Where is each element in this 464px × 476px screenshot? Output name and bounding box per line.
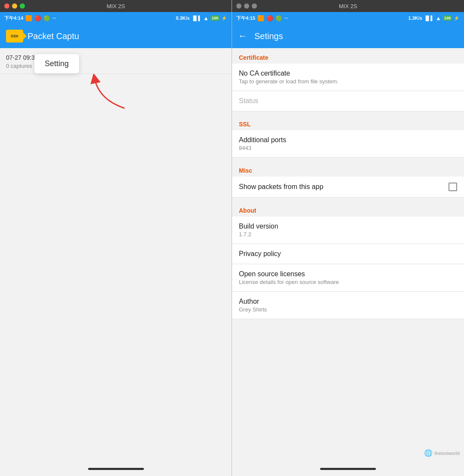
minimize-button[interactable] xyxy=(12,3,17,9)
privacy-policy-item[interactable]: Privacy policy xyxy=(232,244,464,264)
status-item[interactable]: Status xyxy=(232,91,464,111)
misc-section-header: Misc xyxy=(232,161,464,177)
close-button[interactable] xyxy=(4,3,9,9)
app-title: Packet Captu xyxy=(27,31,79,41)
right-battery: 100 xyxy=(443,15,452,21)
right-phone: MIX 2S 下午4:15 🟧 🔴 🟢 ··· 1.3K/s ▐▌▌ ▲ 100… xyxy=(232,0,464,476)
author-title: Author xyxy=(239,298,267,305)
notif-icon2: 🔴 xyxy=(34,15,41,21)
maximize-button[interactable] xyxy=(20,3,25,9)
right-dots: ··· xyxy=(284,15,288,21)
watermark-icon: 🌐 xyxy=(424,449,433,457)
left-window-title: MIX 2S xyxy=(107,3,125,9)
ports-title: Additional ports xyxy=(239,136,286,144)
left-content: 07-27 09:31:53 0 captures Setting xyxy=(0,48,232,461)
battery-icon: 100 xyxy=(211,15,220,21)
right-close-btn[interactable] xyxy=(236,3,241,9)
back-button[interactable]: ← xyxy=(238,31,247,42)
right-notif1: 🟧 xyxy=(257,15,264,21)
left-statusbar: 下午4:14 🟧 🔴 🟢 ··· 0.3K/s ▐▌▌ ▲ 100 ⚡ xyxy=(0,12,232,24)
about-section: About Build version 1.7.2 Privacy policy… xyxy=(232,201,464,319)
misc-section: Misc Show packets from this app xyxy=(232,161,464,198)
ca-cert-subtitle: Tap to generate or load from file system… xyxy=(239,78,339,85)
ca-cert-title: No CA certificate xyxy=(239,70,339,77)
window-controls xyxy=(4,3,25,9)
ssl-section: SSL Additional ports 8443 xyxy=(232,115,464,158)
right-window-controls xyxy=(236,3,257,9)
right-speed: 1.3K/s xyxy=(408,15,422,21)
author-value: Grey Shirts xyxy=(239,306,267,313)
right-wifi: ▲ xyxy=(436,15,441,21)
open-source-title: Open source licenses xyxy=(239,270,339,278)
setting-tooltip-label: Setting xyxy=(45,59,69,68)
home-bar xyxy=(88,468,144,470)
notif-icon1: 🟧 xyxy=(25,15,32,21)
additional-ports-item[interactable]: Additional ports 8443 xyxy=(232,130,464,158)
open-source-subtitle: License details for open source software xyxy=(239,279,339,285)
open-source-licenses-item[interactable]: Open source licenses License details for… xyxy=(232,264,464,292)
privacy-policy-title: Privacy policy xyxy=(239,250,281,258)
settings-content[interactable]: Certificate No CA certificate Tap to gen… xyxy=(232,48,464,461)
watermark-text: thelostworld xyxy=(434,451,460,456)
setting-tooltip: Setting xyxy=(34,54,79,73)
author-item[interactable]: Author Grey Shirts xyxy=(232,292,464,319)
left-speed: 0.3K/s xyxy=(176,15,189,21)
about-section-header: About xyxy=(232,201,464,217)
certificate-section: Certificate No CA certificate Tap to gen… xyxy=(232,48,464,111)
ports-value: 8443 xyxy=(239,145,286,151)
left-time: 下午4:14 xyxy=(4,15,23,21)
build-version-value: 1.7.2 xyxy=(239,231,278,238)
red-arrow xyxy=(90,74,133,114)
right-statusbar: 下午4:15 🟧 🔴 🟢 ··· 1.3K/s ▐▌▌ ▲ 100 ⚡ xyxy=(232,12,464,24)
signal-icon: ▐▌▌ xyxy=(192,15,201,21)
right-home-indicator xyxy=(232,461,464,476)
ssl-section-header: SSL xyxy=(232,115,464,130)
app-logo: SSIr xyxy=(6,30,23,43)
certificate-section-header: Certificate xyxy=(232,48,464,64)
right-notif2: 🔴 xyxy=(266,15,273,21)
show-packets-checkbox[interactable] xyxy=(449,183,457,191)
right-window-title: MIX 2S xyxy=(339,3,357,9)
app-header: SSIr Packet Captu xyxy=(0,24,232,48)
right-maximize-btn[interactable] xyxy=(252,3,257,9)
settings-page-title: Setings xyxy=(254,31,283,41)
show-packets-item[interactable]: Show packets from this app xyxy=(232,177,464,198)
right-notif3: 🟢 xyxy=(275,15,282,21)
status-title: Status xyxy=(239,97,258,105)
watermark: 🌐 thelostworld xyxy=(424,449,460,457)
build-version-title: Build version xyxy=(239,223,278,230)
right-minimize-btn[interactable] xyxy=(244,3,249,9)
right-titlebar: MIX 2S xyxy=(232,0,464,12)
ca-certificate-item[interactable]: No CA certificate Tap to generate or loa… xyxy=(232,64,464,91)
notif-icon3: 🟢 xyxy=(43,15,50,21)
wifi-icon: ▲ xyxy=(203,15,209,21)
build-version-item[interactable]: Build version 1.7.2 xyxy=(232,217,464,244)
right-charge: ⚡ xyxy=(454,15,460,21)
show-packets-title: Show packets from this app xyxy=(239,183,324,191)
right-home-bar xyxy=(320,468,376,470)
left-home-indicator xyxy=(0,461,232,476)
dots-icon: ··· xyxy=(52,15,56,21)
left-phone: MIX 2S 下午4:14 🟧 🔴 🟢 ··· 0.3K/s ▐▌▌ ▲ 100… xyxy=(0,0,232,476)
settings-header: ← Setings xyxy=(232,24,464,48)
left-titlebar: MIX 2S xyxy=(0,0,232,12)
right-time: 下午4:15 xyxy=(236,15,255,21)
right-signal: ▐▌▌ xyxy=(424,15,434,21)
charge-icon: ⚡ xyxy=(221,15,227,21)
